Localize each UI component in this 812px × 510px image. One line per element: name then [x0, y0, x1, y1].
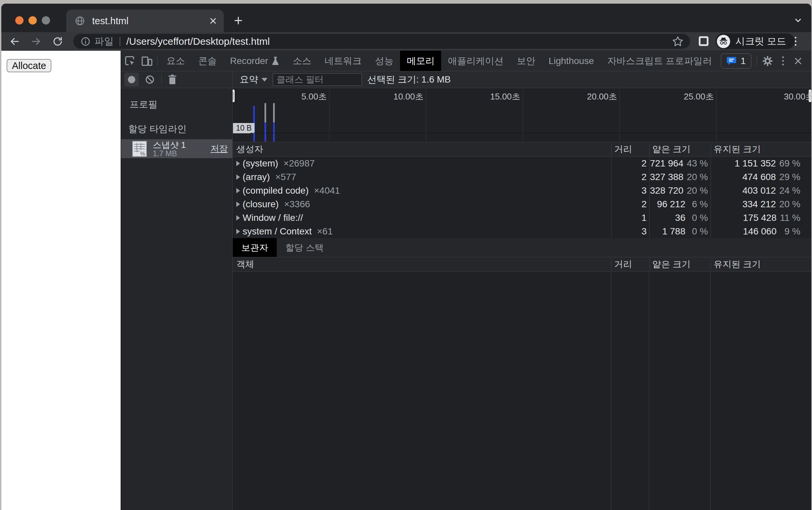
window-close-button[interactable]: [15, 16, 24, 25]
tab-application[interactable]: 애플리케이션: [441, 51, 510, 71]
allocation-timeline-overview[interactable]: 5.00초 10.00초 15.00초 20.00초 25.00초 30.00초…: [233, 88, 811, 142]
bookmark-star-icon[interactable]: [672, 36, 683, 47]
shallow-size-pct: 6 %: [689, 199, 708, 209]
info-icon[interactable]: [81, 36, 90, 47]
tab-recorder[interactable]: Recorder: [223, 51, 286, 71]
distance-value: 3: [611, 226, 649, 237]
tab-performance[interactable]: 성능: [368, 51, 400, 71]
snapshot-save-link[interactable]: 저장: [210, 143, 228, 154]
tab-network[interactable]: 네트워크: [318, 51, 368, 71]
table-row[interactable]: Window / file:// 1 360 % 175 42811 %: [233, 211, 811, 225]
snapshot-item[interactable]: % 스냅샷 1 1.7 MB 저장: [121, 139, 232, 158]
table-row[interactable]: (compiled code)×4041 3 328 72020 % 403 0…: [233, 184, 811, 197]
new-tab-button[interactable]: [233, 16, 243, 26]
tab-security[interactable]: 보안: [510, 51, 542, 71]
table-row[interactable]: (closure)×3366 2 96 2126 % 334 21220 %: [233, 197, 811, 211]
reload-icon[interactable]: [52, 35, 64, 48]
column-shallow-size[interactable]: 얕은 크기: [649, 143, 711, 155]
tab-allocation-stack[interactable]: 할당 스택: [277, 238, 332, 257]
address-bar[interactable]: 파일 /Users/yceffort/Desktop/test.html: [73, 34, 690, 49]
class-filter-input[interactable]: [273, 73, 362, 86]
window-zoom-button[interactable]: [42, 16, 50, 25]
tab-sources[interactable]: 소스: [286, 51, 318, 71]
retained-size-value: 334 212: [711, 199, 776, 209]
devtools-close-icon[interactable]: [789, 51, 807, 71]
issues-button[interactable]: 1: [721, 53, 751, 69]
column-constructor[interactable]: 생성자: [233, 143, 611, 155]
expander-icon[interactable]: [236, 229, 240, 234]
table-row[interactable]: system / Context×61 3 1 7880 % 146 0609 …: [233, 225, 811, 238]
window-minimize-button[interactable]: [29, 16, 37, 25]
column-distance[interactable]: 거리: [611, 258, 649, 270]
allocation-timeline-section[interactable]: 할당 타임라인: [121, 111, 232, 139]
profiles-header: 프로필: [121, 88, 232, 111]
tab-search-chevron-icon[interactable]: [793, 16, 803, 25]
constructor-name: (array): [243, 172, 270, 182]
tab-memory[interactable]: 메모리: [400, 51, 441, 71]
retained-size-pct: 11 %: [780, 213, 801, 223]
expander-icon[interactable]: [236, 161, 240, 166]
url-text: /Users/yceffort/Desktop/test.html: [126, 36, 672, 47]
browser-tab[interactable]: test.html: [66, 10, 224, 32]
incognito-icon: [717, 35, 730, 48]
clear-profiles-icon[interactable]: [145, 75, 155, 85]
constructor-name: (system): [243, 158, 278, 169]
expander-icon[interactable]: [236, 215, 240, 221]
omnibox-divider: [120, 37, 120, 46]
distance-value: 1: [611, 213, 649, 223]
constructor-name: (closure): [243, 199, 279, 209]
back-icon[interactable]: [9, 35, 21, 48]
devtools-panel: 요소 콘솔 Recorder 소스 네트워크 성능 메모리 애플리케이션 보안 …: [121, 51, 811, 510]
timeline-right-handle-icon[interactable]: [809, 89, 811, 102]
tab-elements[interactable]: 요소: [160, 51, 191, 71]
retained-size-pct: 29 %: [779, 172, 801, 182]
url-scheme-chip: 파일: [94, 35, 114, 48]
constructor-name: Window / file://: [243, 213, 303, 223]
column-distance[interactable]: 거리: [611, 143, 649, 155]
perspective-select[interactable]: 요약: [240, 73, 267, 86]
gear-icon[interactable]: [759, 51, 776, 71]
tab-lighthouse[interactable]: Lighthouse: [542, 51, 601, 71]
expander-icon[interactable]: [236, 174, 240, 180]
constructor-name: system / Context: [243, 226, 312, 237]
expander-icon[interactable]: [236, 188, 240, 193]
column-shallow-size[interactable]: 얕은 크기: [649, 258, 711, 270]
retained-size-pct: 69 %: [779, 158, 801, 169]
toolbar-divider: [157, 56, 158, 66]
profiles-sidebar: 프로필 할당 타임라인 % 스냅샷 1 1.7 MB 저장: [121, 88, 233, 510]
inspect-element-icon[interactable]: [121, 51, 138, 71]
distance-value: 2: [611, 199, 649, 209]
shallow-size-pct: 0 %: [689, 213, 708, 223]
toolbar-divider: [161, 75, 162, 84]
tab-js-profiler[interactable]: 자바스크립트 프로파일러: [601, 51, 719, 71]
expander-icon[interactable]: [236, 202, 240, 207]
retained-size-value: 175 428: [711, 213, 777, 223]
trash-icon[interactable]: [168, 74, 177, 85]
device-toolbar-icon[interactable]: [138, 51, 155, 71]
timeline-left-handle-icon[interactable]: [233, 89, 235, 102]
traffic-lights: [15, 16, 50, 25]
column-divider: [649, 272, 649, 510]
record-button[interactable]: [124, 73, 139, 87]
shallow-size-pct: 20 %: [687, 186, 708, 196]
allocate-button[interactable]: Allocate: [7, 59, 51, 72]
column-retained-size[interactable]: 유지된 크기: [711, 258, 811, 270]
browser-menu-dots-icon[interactable]: [795, 37, 796, 46]
tab-close-icon[interactable]: [209, 17, 217, 25]
distance-value: 3: [611, 186, 649, 196]
tab-retainers[interactable]: 보관자: [233, 238, 277, 257]
table-row[interactable]: (system)×26987 2 721 96443 % 1 151 35269…: [233, 157, 811, 170]
issues-chat-icon: [726, 56, 736, 66]
tab-console[interactable]: 콘솔: [191, 51, 223, 71]
forward-icon[interactable]: [30, 35, 42, 48]
table-row[interactable]: (array)×577 2 327 38820 % 474 60829 %: [233, 170, 811, 184]
retained-size-value: 1 151 352: [711, 158, 776, 169]
devtools-menu-dots-icon[interactable]: [776, 51, 789, 71]
perspective-label: 요약: [240, 73, 258, 86]
instance-count: ×26987: [283, 158, 314, 169]
side-panel-icon[interactable]: [698, 35, 709, 47]
chevron-down-icon: [262, 78, 267, 82]
column-object[interactable]: 객체: [233, 258, 611, 270]
retainers-header-row: 객체 거리 얕은 크기 유지된 크기: [233, 257, 811, 272]
column-retained-size[interactable]: 유지된 크기: [711, 143, 811, 155]
